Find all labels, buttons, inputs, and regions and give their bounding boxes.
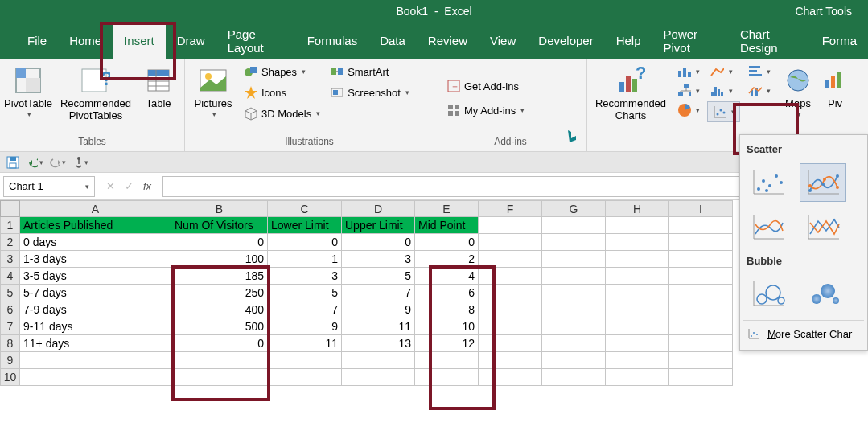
pivot-table-button[interactable]: PivotTable▾ <box>5 63 51 121</box>
name-box[interactable]: Chart 1 ▾ <box>3 176 95 197</box>
col-header[interactable]: H <box>606 201 669 217</box>
cell[interactable] <box>669 217 733 234</box>
my-addins-button[interactable]: My Add-ins▾ <box>444 101 527 119</box>
cell[interactable]: 1 <box>268 251 342 268</box>
worksheet-grid[interactable]: A B C D E F G H I 1 Articles Published N… <box>0 200 868 386</box>
cell[interactable] <box>669 369 733 386</box>
pictures-button[interactable]: Pictures▾ <box>190 63 237 121</box>
cell[interactable] <box>606 369 669 386</box>
cell[interactable]: 7 <box>268 301 342 318</box>
column-chart-button[interactable]: ▾ <box>674 63 702 80</box>
tab-file[interactable]: File <box>16 22 58 59</box>
pivot-chart-button[interactable]: Piv <box>823 63 847 113</box>
cell[interactable] <box>606 234 669 251</box>
cell[interactable]: 2 <box>415 251 479 268</box>
recommended-charts-button[interactable]: ? RecommendedCharts <box>592 63 669 125</box>
cell[interactable] <box>606 285 669 301</box>
cell[interactable]: 0 <box>171 234 268 251</box>
cell[interactable]: 250 <box>171 285 268 301</box>
cell[interactable] <box>415 369 479 386</box>
cell[interactable]: 3 <box>342 251 415 268</box>
cell[interactable] <box>606 335 669 352</box>
row-header[interactable]: 6 <box>1 301 20 318</box>
cell[interactable]: 9 <box>268 318 342 335</box>
col-header[interactable]: I <box>669 201 733 217</box>
cell[interactable]: 12 <box>415 335 479 352</box>
cell[interactable]: 7 <box>342 285 415 301</box>
cell[interactable] <box>20 369 171 386</box>
cell[interactable] <box>479 234 542 251</box>
cell[interactable] <box>479 301 542 318</box>
bing-icon[interactable] <box>565 129 579 143</box>
maps-button[interactable]: Maps▾ <box>778 63 818 121</box>
redo-button[interactable]: ▾ <box>50 154 66 170</box>
row-header[interactable]: 3 <box>1 251 20 268</box>
fx-icon[interactable]: fx <box>143 180 151 192</box>
cell[interactable] <box>542 318 606 335</box>
cell[interactable]: 9 <box>342 301 415 318</box>
cell[interactable] <box>542 369 606 386</box>
cell[interactable] <box>542 234 606 251</box>
line-chart-button[interactable]: ▾ <box>707 63 740 80</box>
screenshot-button[interactable]: Screenshot▾ <box>327 84 412 101</box>
cell[interactable] <box>669 318 733 335</box>
cancel-formula-icon[interactable]: ✕ <box>106 180 115 192</box>
cell[interactable]: 11+ days <box>20 335 171 352</box>
scatter-option-smooth-lines[interactable] <box>745 208 792 247</box>
tab-developer[interactable]: Developer <box>527 22 604 59</box>
cell[interactable] <box>606 318 669 335</box>
tab-review[interactable]: Review <box>417 22 479 59</box>
cell[interactable]: Num Of Visitors <box>171 217 268 234</box>
row-header[interactable]: 2 <box>1 234 20 251</box>
col-header[interactable]: C <box>268 201 342 217</box>
row-header[interactable]: 9 <box>1 352 20 369</box>
cell[interactable] <box>669 285 733 301</box>
combo-chart-button[interactable]: ▾ <box>745 82 773 100</box>
cell[interactable]: 0 <box>342 234 415 251</box>
cell[interactable] <box>268 369 342 386</box>
cell[interactable]: Articles Published <box>20 217 171 234</box>
col-header[interactable]: A <box>20 201 171 217</box>
cell[interactable] <box>606 268 669 285</box>
scatter-option-markers[interactable] <box>745 163 792 202</box>
col-header[interactable]: E <box>415 201 479 217</box>
cell[interactable]: 11 <box>342 318 415 335</box>
cell[interactable] <box>342 369 415 386</box>
touch-mode-button[interactable]: ▾ <box>72 154 88 170</box>
cell[interactable]: Lower Limit <box>268 217 342 234</box>
cell[interactable] <box>479 369 542 386</box>
cell[interactable]: 9-11 days <box>20 318 171 335</box>
cell[interactable] <box>479 251 542 268</box>
row-header[interactable]: 8 <box>1 335 20 352</box>
cell[interactable] <box>669 335 733 352</box>
cell[interactable]: 185 <box>171 268 268 285</box>
cell[interactable]: 1-3 days <box>20 251 171 268</box>
cell[interactable] <box>606 217 669 234</box>
cell[interactable] <box>542 285 606 301</box>
cell[interactable]: 5-7 days <box>20 285 171 301</box>
tab-data[interactable]: Data <box>368 22 417 59</box>
cell[interactable]: 500 <box>171 318 268 335</box>
get-addins-button[interactable]: ＋ Get Add-ins <box>444 77 521 95</box>
cell[interactable]: 100 <box>171 251 268 268</box>
cell[interactable] <box>171 369 268 386</box>
cell[interactable] <box>542 217 606 234</box>
cell[interactable]: 0 <box>268 234 342 251</box>
cell[interactable]: 4 <box>415 268 479 285</box>
cell[interactable]: 0 <box>415 234 479 251</box>
cell[interactable]: 13 <box>342 335 415 352</box>
tab-formulas[interactable]: Formulas <box>296 22 369 59</box>
cell[interactable]: 5 <box>268 285 342 301</box>
cell[interactable]: 11 <box>268 335 342 352</box>
col-header[interactable]: F <box>479 201 542 217</box>
row-header[interactable]: 4 <box>1 268 20 285</box>
more-scatter-charts-button[interactable]: More Scatter Char <box>743 320 864 347</box>
cell[interactable] <box>342 352 415 369</box>
cell[interactable] <box>542 301 606 318</box>
cell[interactable] <box>542 268 606 285</box>
statistic-chart-button[interactable]: ▾ <box>707 82 740 100</box>
cell[interactable] <box>542 335 606 352</box>
table-button[interactable]: Table <box>140 63 177 113</box>
cell[interactable] <box>542 251 606 268</box>
cell[interactable] <box>606 251 669 268</box>
